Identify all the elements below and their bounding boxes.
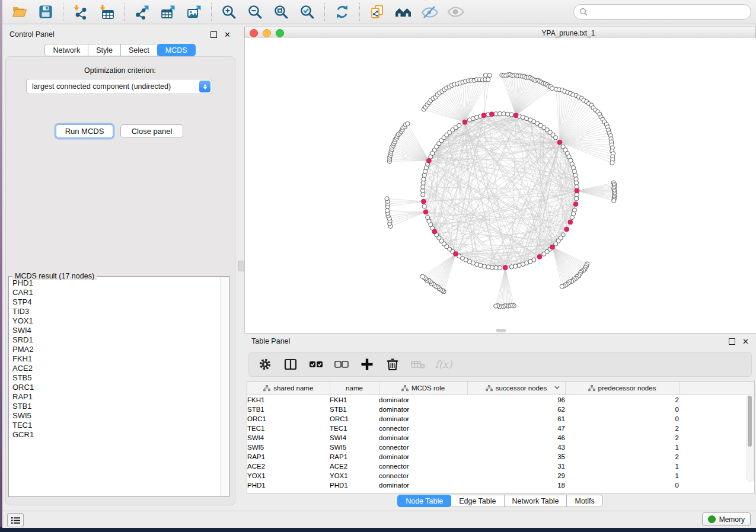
mcds-node[interactable] (573, 202, 578, 207)
network-node[interactable] (420, 274, 425, 278)
network-node[interactable] (385, 197, 389, 201)
close-table-panel-icon[interactable]: ✕ (742, 338, 749, 345)
zoom-selected-button[interactable] (295, 2, 319, 21)
network-node[interactable] (575, 197, 579, 201)
mcds-node[interactable] (423, 210, 428, 214)
cell-name[interactable]: ORC1 (330, 414, 379, 424)
column-header-predecessor-nodes[interactable]: predecessor nodes (565, 382, 679, 395)
table-row[interactable]: TEC1 TEC1 connector 47 2 (247, 424, 754, 433)
cell-shared-name[interactable]: RAP1 (247, 452, 330, 462)
create-column-button[interactable] (357, 355, 377, 374)
tab-node-table[interactable]: Node Table (397, 495, 451, 507)
mcds-result-item[interactable]: TID3 (9, 307, 220, 316)
network-node[interactable] (486, 265, 490, 269)
cell-predecessor-nodes[interactable]: 2 (565, 433, 679, 443)
cell-mcds-role[interactable]: dominator (379, 452, 467, 462)
deselect-all-rows-button[interactable] (331, 355, 352, 374)
tab-network-table[interactable]: Network Table (504, 495, 567, 507)
mcds-result-item[interactable]: TEC1 (9, 421, 220, 430)
network-node[interactable] (574, 177, 578, 181)
vertical-splitter[interactable] (238, 24, 244, 511)
cell-name[interactable]: STB1 (330, 405, 379, 414)
column-header-successor-nodes[interactable]: successor nodes (467, 382, 565, 395)
network-node[interactable] (494, 265, 498, 270)
tab-mcds[interactable]: MCDS (157, 44, 196, 56)
duplicate-network-button[interactable] (365, 2, 389, 21)
mcds-node[interactable] (462, 120, 467, 124)
mcds-node[interactable] (550, 245, 555, 249)
network-node[interactable] (421, 181, 425, 185)
mcds-node[interactable] (453, 252, 458, 257)
table-mode-gear-button[interactable] (255, 355, 275, 374)
cell-mcds-role[interactable]: dominator (379, 433, 467, 443)
network-node[interactable] (483, 73, 487, 77)
cell-predecessor-nodes[interactable]: 2 (565, 395, 679, 405)
hide-selected-button[interactable] (417, 2, 441, 21)
cell-name[interactable]: SWI4 (330, 433, 379, 443)
cell-predecessor-nodes[interactable]: 0 (565, 405, 679, 414)
table-row[interactable]: ORC1 ORC1 dominator 61 0 (247, 414, 754, 424)
cell-name[interactable]: SWI5 (330, 443, 379, 452)
run-mcds-button[interactable]: Run MCDS (56, 124, 113, 138)
cell-predecessor-nodes[interactable]: 1 (565, 462, 679, 471)
minimize-window-icon[interactable] (263, 29, 271, 37)
network-node[interactable] (487, 73, 492, 78)
network-node[interactable] (509, 113, 513, 117)
mcds-node[interactable] (564, 227, 569, 232)
cell-mcds-role[interactable]: connector (379, 462, 467, 471)
cell-mcds-role[interactable]: connector (379, 443, 467, 452)
mcds-result-item[interactable]: ORC1 (9, 383, 220, 392)
cell-successor-nodes[interactable]: 29 (467, 471, 565, 480)
float-table-panel-icon[interactable] (729, 338, 735, 345)
export-network-button[interactable] (130, 2, 154, 21)
network-node[interactable] (542, 252, 546, 256)
tab-network[interactable]: Network (44, 44, 88, 56)
cell-shared-name[interactable]: FKH1 (247, 395, 330, 405)
mcds-node[interactable] (421, 199, 426, 204)
close-panel-icon[interactable]: ✕ (224, 31, 231, 39)
mcds-result-item[interactable]: GCR1 (9, 430, 220, 440)
cell-name[interactable]: RAP1 (330, 452, 379, 462)
apply-preferred-layout-button[interactable] (330, 2, 354, 21)
cell-successor-nodes[interactable]: 47 (467, 424, 565, 433)
cell-successor-nodes[interactable]: 35 (467, 452, 565, 462)
network-node[interactable] (486, 78, 490, 82)
network-window-titlebar[interactable]: YPA_prune.txt_1 (244, 27, 756, 39)
table-row[interactable]: FKH1 FKH1 dominator 96 2 (247, 395, 754, 405)
network-node[interactable] (550, 86, 554, 91)
mcds-node[interactable] (557, 140, 562, 145)
maximize-window-icon[interactable] (276, 29, 284, 37)
network-graph[interactable] (245, 38, 756, 332)
first-neighbors-button[interactable] (391, 2, 415, 21)
cell-name[interactable]: YOX1 (330, 471, 379, 480)
table-row[interactable]: SWI5 SWI5 connector 43 1 (247, 443, 754, 452)
mcds-node[interactable] (426, 158, 431, 163)
cell-successor-nodes[interactable]: 18 (467, 480, 565, 490)
select-all-rows-button[interactable] (306, 355, 326, 374)
network-node[interactable] (420, 188, 425, 193)
cell-mcds-role[interactable]: dominator (379, 395, 467, 405)
network-node[interactable] (610, 161, 614, 165)
mcds-node[interactable] (537, 254, 542, 259)
table-scrollbar[interactable] (747, 394, 754, 482)
cell-predecessor-nodes[interactable]: 0 (565, 480, 679, 490)
network-node[interactable] (406, 121, 410, 126)
cell-successor-nodes[interactable]: 31 (467, 462, 565, 471)
column-header-mcds-role[interactable]: MCDS role (379, 382, 467, 395)
column-header-shared-name[interactable]: shared name (247, 382, 330, 395)
network-node[interactable] (426, 216, 430, 220)
network-node[interactable] (506, 112, 510, 116)
tab-edge-table[interactable]: Edge Table (451, 495, 504, 507)
mcds-result-item[interactable]: RAP1 (9, 392, 220, 402)
cell-predecessor-nodes[interactable]: 0 (565, 414, 679, 424)
table-row[interactable]: YOX1 YOX1 connector 29 1 (247, 471, 754, 480)
table-row[interactable]: PHD1 PHD1 dominator 18 0 (247, 480, 754, 490)
cell-shared-name[interactable]: YOX1 (247, 471, 330, 480)
cell-successor-nodes[interactable]: 62 (467, 405, 565, 414)
close-window-icon[interactable] (250, 29, 258, 37)
network-search-field[interactable] (573, 4, 751, 20)
open-file-button[interactable] (8, 2, 31, 21)
cell-successor-nodes[interactable]: 96 (467, 395, 565, 405)
show-column-panel-button[interactable] (280, 355, 301, 374)
table-row[interactable]: ACE2 ACE2 connector 31 1 (247, 462, 754, 471)
